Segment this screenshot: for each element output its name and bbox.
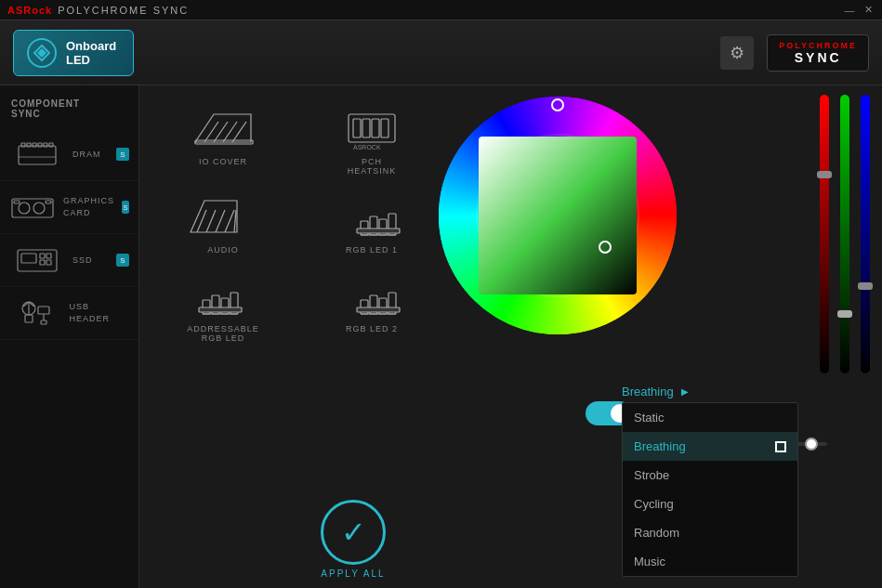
close-button[interactable]: ✕ <box>862 4 875 17</box>
header: Onboard LED ⚙ POLYCHROME SYNC <box>0 20 882 85</box>
io-cover-label: IO Cover <box>199 157 247 166</box>
app-title: POLYCHROME SYNC <box>58 5 189 16</box>
pch-icon: ASROCK <box>330 102 414 153</box>
sidebar-header: COMPONENTSYNC <box>0 95 138 128</box>
dropdown-item-random[interactable]: Random <box>623 518 797 547</box>
svg-rect-64 <box>357 307 400 312</box>
svg-rect-58 <box>199 307 242 312</box>
svg-rect-37 <box>362 119 370 137</box>
sidebar-item-graphics[interactable]: GRAPHICSCARD S <box>0 181 138 234</box>
green-slider-bg <box>840 95 849 373</box>
graphics-sync-indicator: S <box>122 201 129 214</box>
component-rgb2[interactable]: RGB LED 2 <box>297 262 446 350</box>
title-controls: — ✕ <box>843 4 875 17</box>
sidebar-item-usb[interactable]: USB HEADER <box>0 287 138 340</box>
component-grid: IO Cover ASROCK PCHHEATSI <box>149 95 446 350</box>
io-cover-icon <box>181 102 265 153</box>
dropdown-list: Static Breathing Strobe Cycling Random M… <box>622 402 798 577</box>
blue-slider-track[interactable] <box>858 95 873 373</box>
component-pch[interactable]: ASROCK PCHHEATSINK <box>297 95 446 183</box>
svg-rect-18 <box>46 254 51 258</box>
svg-rect-13 <box>14 201 20 203</box>
apply-all-label: Apply All <box>321 568 385 579</box>
component-io-cover[interactable]: IO Cover <box>149 95 297 183</box>
audio-icon <box>181 190 265 242</box>
polychrome-top-text: POLYCHROME <box>779 41 857 50</box>
sidebar: COMPONENTSYNC DRAM S <box>0 85 139 588</box>
ssd-icon <box>9 242 65 279</box>
asrock-logo: ASRock <box>7 5 52 16</box>
title-bar: ASRock POLYCHROME SYNC — ✕ <box>0 0 882 20</box>
dropdown-header: Breathing ▶ <box>622 381 808 402</box>
ssd-label: SSD <box>72 255 93 267</box>
component-argb[interactable]: ADDRESSABLERGB LED <box>149 262 297 350</box>
svg-rect-28 <box>41 320 46 324</box>
svg-marker-41 <box>191 201 237 232</box>
color-picker-inner[interactable] <box>479 137 637 294</box>
settings-button[interactable]: ⚙ <box>720 36 754 70</box>
svg-rect-17 <box>40 254 45 258</box>
dram-icon <box>9 136 65 173</box>
dropdown-item-strobe[interactable]: Strobe <box>623 461 797 490</box>
color-inner-handle <box>599 241 612 254</box>
apply-all-button[interactable]: ✓ <box>321 500 386 565</box>
minimize-button[interactable]: — <box>843 4 856 17</box>
dropdown-item-static[interactable]: Static <box>623 403 797 432</box>
main-layout: COMPONENTSYNC DRAM S <box>0 85 882 588</box>
red-slider-track[interactable] <box>817 95 832 373</box>
color-wheel-handle <box>551 98 564 111</box>
polychrome-logo: POLYCHROME SYNC <box>767 34 869 72</box>
svg-line-46 <box>234 210 236 232</box>
dropdown-item-cycling[interactable]: Cycling <box>623 490 797 518</box>
svg-rect-39 <box>381 119 388 137</box>
title-bar-left: ASRock POLYCHROME SYNC <box>7 5 189 16</box>
argb-icon <box>181 269 265 320</box>
gear-icon: ⚙ <box>730 43 744 63</box>
usb-label: USB HEADER <box>69 301 129 324</box>
sidebar-item-ssd[interactable]: SSD S <box>0 234 138 287</box>
onboard-led-button[interactable]: Onboard LED <box>13 30 134 76</box>
svg-text:ASROCK: ASROCK <box>353 144 381 150</box>
svg-rect-14 <box>46 201 51 203</box>
svg-line-43 <box>206 210 216 232</box>
usb-icon <box>9 294 61 332</box>
rgb1-label: RGB LED 1 <box>346 245 398 255</box>
rgb-sliders <box>817 95 873 373</box>
svg-rect-20 <box>46 260 51 265</box>
graphics-icon <box>9 189 56 226</box>
dram-label: DRAM <box>72 149 101 161</box>
sidebar-item-dram[interactable]: DRAM S <box>0 128 138 181</box>
blue-slider-thumb[interactable] <box>858 282 873 290</box>
blue-slider-bg <box>861 95 870 373</box>
color-wheel-container[interactable] <box>437 95 678 336</box>
dropdown-item-indicator <box>775 441 786 452</box>
pch-label: PCHHEATSINK <box>348 157 396 176</box>
rgb2-label: RGB LED 2 <box>346 324 398 333</box>
svg-rect-16 <box>21 254 36 263</box>
rgb2-icon <box>330 269 414 320</box>
audio-label: Audio <box>207 245 239 255</box>
svg-rect-2 <box>19 146 56 164</box>
graphics-label: GRAPHICSCARD <box>63 195 114 218</box>
checkmark-icon: ✓ <box>341 515 366 550</box>
component-rgb1[interactable]: RGB LED 1 <box>297 183 446 262</box>
rgb1-icon <box>330 190 414 242</box>
svg-rect-36 <box>353 119 361 137</box>
component-audio[interactable]: Audio <box>149 183 297 262</box>
green-slider-track[interactable] <box>837 95 852 373</box>
svg-rect-52 <box>357 229 400 233</box>
green-slider-thumb[interactable] <box>837 310 852 318</box>
dropdown-item-breathing[interactable]: Breathing <box>623 432 797 461</box>
dropdown-item-music[interactable]: Music <box>623 547 797 576</box>
svg-line-45 <box>225 210 234 232</box>
onboard-label1: Onboard <box>66 39 116 53</box>
dram-sync-indicator: S <box>116 148 129 161</box>
svg-line-44 <box>216 210 225 232</box>
red-slider-bg <box>820 95 829 373</box>
apply-all-area: ✓ Apply All <box>288 500 418 579</box>
svg-point-11 <box>19 203 30 214</box>
onboard-text: Onboard LED <box>66 39 116 67</box>
svg-rect-38 <box>372 119 379 137</box>
dropdown-selected-value: Breathing <box>622 385 674 399</box>
red-slider-thumb[interactable] <box>817 171 832 178</box>
